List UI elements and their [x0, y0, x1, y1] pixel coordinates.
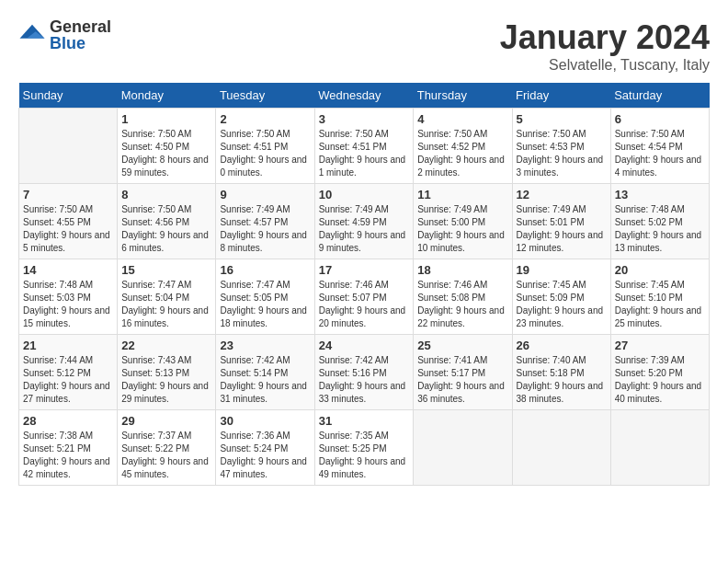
calendar-cell: 12 Sunrise: 7:49 AMSunset: 5:01 PMDaylig… — [512, 184, 610, 259]
calendar-cell: 8 Sunrise: 7:50 AMSunset: 4:56 PMDayligh… — [118, 184, 216, 259]
calendar-cell: 27 Sunrise: 7:39 AMSunset: 5:20 PMDaylig… — [610, 335, 709, 410]
calendar-cell: 19 Sunrise: 7:45 AMSunset: 5:09 PMDaylig… — [512, 259, 610, 335]
day-info: Sunrise: 7:50 AMSunset: 4:55 PMDaylight:… — [23, 203, 113, 255]
day-number: 29 — [121, 414, 211, 428]
day-info: Sunrise: 7:48 AMSunset: 5:02 PMDaylight:… — [615, 203, 705, 255]
calendar-cell: 3 Sunrise: 7:50 AMSunset: 4:51 PMDayligh… — [314, 109, 414, 184]
calendar-table: SundayMondayTuesdayWednesdayThursdayFrid… — [18, 83, 710, 486]
day-number: 16 — [220, 263, 310, 277]
calendar-cell: 14 Sunrise: 7:48 AMSunset: 5:03 PMDaylig… — [19, 259, 118, 335]
day-info: Sunrise: 7:50 AMSunset: 4:54 PMDaylight:… — [615, 128, 705, 179]
day-number: 19 — [517, 263, 607, 277]
day-number: 14 — [23, 263, 113, 277]
calendar-cell: 4 Sunrise: 7:50 AMSunset: 4:52 PMDayligh… — [414, 109, 512, 184]
calendar-header-friday: Friday — [512, 83, 610, 109]
day-number: 18 — [417, 263, 507, 277]
calendar-week-4: 21 Sunrise: 7:44 AMSunset: 5:12 PMDaylig… — [19, 335, 710, 410]
calendar-cell: 25 Sunrise: 7:41 AMSunset: 5:17 PMDaylig… — [414, 335, 512, 410]
calendar-header-row: SundayMondayTuesdayWednesdayThursdayFrid… — [19, 83, 710, 109]
calendar-cell: 22 Sunrise: 7:43 AMSunset: 5:13 PMDaylig… — [118, 335, 216, 410]
day-info: Sunrise: 7:50 AMSunset: 4:56 PMDaylight:… — [121, 203, 211, 255]
day-number: 13 — [615, 188, 705, 201]
day-info: Sunrise: 7:46 AMSunset: 5:08 PMDaylight:… — [417, 279, 507, 330]
day-info: Sunrise: 7:49 AMSunset: 4:57 PMDaylight:… — [220, 203, 310, 255]
day-number: 23 — [220, 339, 310, 352]
day-info: Sunrise: 7:50 AMSunset: 4:51 PMDaylight:… — [319, 128, 410, 179]
day-info: Sunrise: 7:35 AMSunset: 5:25 PMDaylight:… — [319, 430, 410, 481]
day-number: 3 — [319, 112, 410, 126]
day-info: Sunrise: 7:47 AMSunset: 5:04 PMDaylight:… — [121, 279, 211, 330]
location: Selvatelle, Tuscany, Italy — [500, 57, 710, 74]
day-info: Sunrise: 7:45 AMSunset: 5:09 PMDaylight:… — [517, 279, 607, 330]
day-number: 9 — [220, 188, 310, 201]
calendar-cell: 28 Sunrise: 7:38 AMSunset: 5:21 PMDaylig… — [19, 410, 118, 486]
day-number: 6 — [615, 112, 705, 126]
calendar-cell: 9 Sunrise: 7:49 AMSunset: 4:57 PMDayligh… — [216, 184, 314, 259]
calendar-cell: 16 Sunrise: 7:47 AMSunset: 5:05 PMDaylig… — [216, 259, 314, 335]
calendar-cell: 24 Sunrise: 7:42 AMSunset: 5:16 PMDaylig… — [314, 335, 414, 410]
day-info: Sunrise: 7:40 AMSunset: 5:18 PMDaylight:… — [517, 354, 607, 406]
day-number: 7 — [23, 188, 113, 201]
day-info: Sunrise: 7:38 AMSunset: 5:21 PMDaylight:… — [23, 430, 113, 481]
day-info: Sunrise: 7:48 AMSunset: 5:03 PMDaylight:… — [23, 279, 113, 330]
day-info: Sunrise: 7:49 AMSunset: 4:59 PMDaylight:… — [319, 203, 410, 255]
calendar-header-wednesday: Wednesday — [314, 83, 414, 109]
title-section: January 2024 Selvatelle, Tuscany, Italy — [500, 18, 710, 74]
day-number: 8 — [121, 188, 211, 201]
day-info: Sunrise: 7:50 AMSunset: 4:51 PMDaylight:… — [220, 128, 310, 179]
day-number: 30 — [220, 414, 310, 428]
logo-text: General Blue — [50, 18, 111, 52]
day-info: Sunrise: 7:39 AMSunset: 5:20 PMDaylight:… — [615, 354, 705, 406]
calendar-cell: 26 Sunrise: 7:40 AMSunset: 5:18 PMDaylig… — [512, 335, 610, 410]
calendar-cell: 15 Sunrise: 7:47 AMSunset: 5:04 PMDaylig… — [118, 259, 216, 335]
calendar-cell — [610, 410, 709, 486]
calendar-cell: 10 Sunrise: 7:49 AMSunset: 4:59 PMDaylig… — [314, 184, 414, 259]
calendar-header-sunday: Sunday — [19, 83, 118, 109]
day-info: Sunrise: 7:49 AMSunset: 5:01 PMDaylight:… — [517, 203, 607, 255]
calendar-cell — [19, 109, 118, 184]
day-info: Sunrise: 7:43 AMSunset: 5:13 PMDaylight:… — [121, 354, 211, 406]
calendar-week-1: 1 Sunrise: 7:50 AMSunset: 4:50 PMDayligh… — [19, 109, 710, 184]
calendar-cell: 30 Sunrise: 7:36 AMSunset: 5:24 PMDaylig… — [216, 410, 314, 486]
calendar-week-5: 28 Sunrise: 7:38 AMSunset: 5:21 PMDaylig… — [19, 410, 710, 486]
calendar-cell — [414, 410, 512, 486]
day-info: Sunrise: 7:47 AMSunset: 5:05 PMDaylight:… — [220, 279, 310, 330]
day-number: 12 — [517, 188, 607, 201]
day-number: 5 — [517, 112, 607, 126]
day-number: 2 — [220, 112, 310, 126]
day-number: 11 — [417, 188, 507, 201]
day-info: Sunrise: 7:50 AMSunset: 4:52 PMDaylight:… — [417, 128, 507, 179]
day-info: Sunrise: 7:45 AMSunset: 5:10 PMDaylight:… — [615, 279, 705, 330]
day-info: Sunrise: 7:41 AMSunset: 5:17 PMDaylight:… — [417, 354, 507, 406]
day-number: 17 — [319, 263, 410, 277]
day-number: 22 — [121, 339, 211, 352]
calendar-cell: 21 Sunrise: 7:44 AMSunset: 5:12 PMDaylig… — [19, 335, 118, 410]
day-number: 21 — [23, 339, 113, 352]
calendar-cell: 17 Sunrise: 7:46 AMSunset: 5:07 PMDaylig… — [314, 259, 414, 335]
calendar-week-2: 7 Sunrise: 7:50 AMSunset: 4:55 PMDayligh… — [19, 184, 710, 259]
calendar-cell: 18 Sunrise: 7:46 AMSunset: 5:08 PMDaylig… — [414, 259, 512, 335]
logo-icon — [18, 21, 46, 49]
logo-blue: Blue — [50, 35, 111, 52]
calendar-cell: 20 Sunrise: 7:45 AMSunset: 5:10 PMDaylig… — [610, 259, 709, 335]
calendar-cell — [512, 410, 610, 486]
calendar-week-3: 14 Sunrise: 7:48 AMSunset: 5:03 PMDaylig… — [19, 259, 710, 335]
day-info: Sunrise: 7:44 AMSunset: 5:12 PMDaylight:… — [23, 354, 113, 406]
page-header: General Blue January 2024 Selvatelle, Tu… — [18, 18, 710, 74]
day-info: Sunrise: 7:42 AMSunset: 5:14 PMDaylight:… — [220, 354, 310, 406]
calendar-header-tuesday: Tuesday — [216, 83, 314, 109]
calendar-cell: 7 Sunrise: 7:50 AMSunset: 4:55 PMDayligh… — [19, 184, 118, 259]
day-number: 10 — [319, 188, 410, 201]
calendar-cell: 5 Sunrise: 7:50 AMSunset: 4:53 PMDayligh… — [512, 109, 610, 184]
calendar-cell: 11 Sunrise: 7:49 AMSunset: 5:00 PMDaylig… — [414, 184, 512, 259]
day-info: Sunrise: 7:37 AMSunset: 5:22 PMDaylight:… — [121, 430, 211, 481]
calendar-cell: 1 Sunrise: 7:50 AMSunset: 4:50 PMDayligh… — [118, 109, 216, 184]
calendar-header-saturday: Saturday — [610, 83, 709, 109]
day-number: 4 — [417, 112, 507, 126]
day-number: 15 — [121, 263, 211, 277]
calendar-header-thursday: Thursday — [414, 83, 512, 109]
calendar-cell: 23 Sunrise: 7:42 AMSunset: 5:14 PMDaylig… — [216, 335, 314, 410]
day-number: 26 — [517, 339, 607, 352]
day-number: 24 — [319, 339, 410, 352]
day-number: 20 — [615, 263, 705, 277]
